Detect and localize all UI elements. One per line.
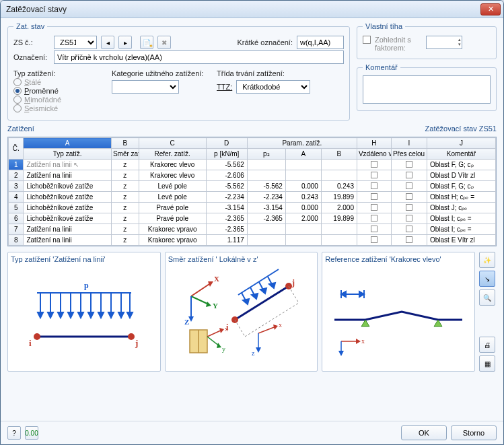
svg-marker-9	[68, 312, 73, 318]
svg-marker-56	[219, 328, 224, 333]
table-row[interactable]: 2Zatížení na liniizKrakorec vlevo-2.606O…	[9, 170, 496, 181]
loads-table[interactable]: Č. A B C D Param. zatíž. H I J Typ zatíž…	[7, 137, 497, 246]
preview-smer: Směr zatížení ' Lokálně v z' X Y Z	[165, 252, 318, 372]
svg-line-55	[207, 330, 222, 337]
svg-line-41	[238, 269, 279, 295]
hdr-A[interactable]: A	[285, 149, 321, 160]
zs-label: ZS č.:	[13, 38, 50, 46]
ok-button[interactable]: OK	[401, 425, 447, 440]
hdr-smer[interactable]: Směr zatíž.	[111, 149, 139, 160]
svg-line-61	[258, 327, 276, 333]
svg-marker-45	[252, 294, 258, 299]
oznaceni-input[interactable]	[54, 50, 344, 64]
preview-typ-svg: p	[17, 269, 151, 357]
preview-ref-svg: x	[328, 266, 469, 360]
table-row[interactable]: 7Zatížení na liniizKrakorec vpravo-2.365…	[9, 224, 496, 235]
svg-marker-11	[78, 312, 83, 318]
col-param-group[interactable]: Param. zatíž.	[247, 138, 357, 149]
hdr-typ[interactable]: Typ zatíž.	[24, 149, 112, 160]
group-zat-stav: Zat. stav ZS č.: ZS51 ◂ ▸ 📄✦ ✖ Krátké oz…	[7, 22, 350, 121]
svg-marker-43	[243, 299, 249, 304]
help-button[interactable]: ?	[7, 426, 21, 440]
ttz-select[interactable]: Krátkodobé	[236, 80, 310, 94]
preview-smer-svg: X Y Z i j	[171, 263, 312, 364]
hdr-p2[interactable]: p₂	[247, 149, 285, 160]
delete-button[interactable]: ✖	[157, 36, 171, 49]
group-komentar: Komentář	[357, 63, 497, 111]
table-row[interactable]: 4Lichoběžníkové zatížezLevé pole-2.234-2…	[9, 192, 496, 203]
svg-text:x: x	[225, 325, 228, 333]
radio-promenne[interactable]: Proměnné	[13, 87, 108, 95]
hdr-B[interactable]: B	[321, 149, 357, 160]
hdr-p[interactable]: p [kN/m]	[206, 149, 247, 160]
col-A[interactable]: A	[24, 138, 112, 149]
table-row[interactable]: 6Lichoběžníkové zatížezPravé pole-2.365-…	[9, 213, 496, 224]
units-button[interactable]: 0.00	[25, 426, 38, 440]
svg-marker-75	[356, 339, 361, 344]
oznaceni-label: Označení:	[13, 53, 50, 61]
preview-typ: Typ zatížení 'Zatížení na linii' p	[7, 252, 161, 372]
zatizeni-status: Zatěžovací stav ZS51	[425, 125, 497, 133]
svg-text:X: X	[214, 275, 219, 283]
kategorie-select[interactable]	[112, 80, 179, 94]
legend-komentar: Komentář	[363, 63, 400, 71]
svg-point-23	[34, 333, 40, 340]
legend-zat-stav: Zat. stav	[13, 22, 47, 30]
svg-point-24	[128, 333, 135, 340]
col-C[interactable]: C	[139, 138, 206, 149]
komentar-textarea[interactable]	[363, 75, 491, 104]
tool-pointer-icon[interactable]: ↘	[479, 271, 495, 287]
faktor-spinner[interactable]	[426, 36, 462, 49]
table-row[interactable]: 8Zatížení na liniizKrakorec vpravo1.117O…	[9, 235, 496, 246]
nav-next-button[interactable]: ▸	[118, 36, 132, 49]
hdr-vzd[interactable]: Vzdáleno v %	[357, 149, 391, 160]
col-I[interactable]: I	[391, 138, 427, 149]
svg-text:Y: Y	[213, 302, 218, 310]
hdr-refer[interactable]: Refer. zatíž.	[139, 149, 206, 160]
new-button[interactable]: 📄✦	[140, 36, 153, 49]
preview-ref: Reference zatížení 'Krakorec vlevo'	[322, 252, 475, 372]
zs-select[interactable]: ZS51	[54, 36, 97, 49]
col-D[interactable]: D	[206, 138, 247, 149]
svg-marker-62	[273, 324, 278, 330]
table-row[interactable]: 3Lichoběžníkové zatížezLevé pole-5.562-5…	[9, 181, 496, 192]
nav-prev-button[interactable]: ◂	[101, 36, 114, 49]
radio-mimoradne: Mimořádné	[13, 96, 108, 104]
table-row[interactable]: 5Lichoběžníkové zatížezPravé pole-3.154-…	[9, 203, 496, 213]
svg-text:p: p	[84, 281, 89, 290]
zohlednit-label: Zohlednit s faktorem:	[375, 36, 422, 52]
hdr-pres[interactable]: Přes celou délku	[391, 149, 427, 160]
svg-marker-17	[108, 312, 114, 318]
table-row[interactable]: 1Zatížení na linii ↖zKrakorec vlevo-5.56…	[9, 160, 496, 170]
storno-button[interactable]: Storno	[451, 425, 497, 440]
svg-text:x: x	[361, 337, 365, 345]
tool-export-icon[interactable]: 🖨	[479, 337, 495, 353]
svg-marker-78	[338, 351, 344, 356]
col-J[interactable]: J	[427, 138, 495, 149]
col-B[interactable]: B	[111, 138, 139, 149]
col-c[interactable]: Č.	[9, 138, 24, 160]
tool-wand-icon[interactable]: ✨	[479, 252, 495, 268]
group-vlastni-tiha: Vlastní tíha Zohlednit s faktorem:	[357, 22, 497, 59]
svg-marker-3	[38, 312, 43, 318]
kategorie-label: Kategorie užitného zatížení:	[112, 69, 213, 77]
svg-text:z: z	[252, 349, 255, 357]
zohlednit-checkbox[interactable]	[363, 36, 371, 44]
svg-marker-65	[256, 347, 261, 353]
kratke-input[interactable]	[297, 36, 344, 49]
legend-vlastni: Vlastní tíha	[363, 22, 405, 30]
svg-marker-7	[58, 312, 63, 318]
svg-line-30	[191, 296, 209, 304]
kratke-label: Krátké označení:	[237, 38, 293, 46]
col-H[interactable]: H	[357, 138, 391, 149]
zatizeni-legend: Zatížení	[7, 125, 34, 133]
tool-zoom-icon[interactable]: 🔍	[479, 289, 495, 306]
svg-marker-71	[359, 292, 364, 297]
hdr-kom[interactable]: Komentář	[427, 149, 495, 160]
svg-line-27	[191, 283, 211, 296]
tool-grid-icon[interactable]: ▦	[479, 355, 495, 372]
window-title: Zatěžovací stavy	[6, 5, 480, 14]
close-button[interactable]: ✕	[480, 3, 501, 15]
svg-text:j: j	[135, 338, 138, 348]
svg-marker-5	[48, 312, 53, 318]
